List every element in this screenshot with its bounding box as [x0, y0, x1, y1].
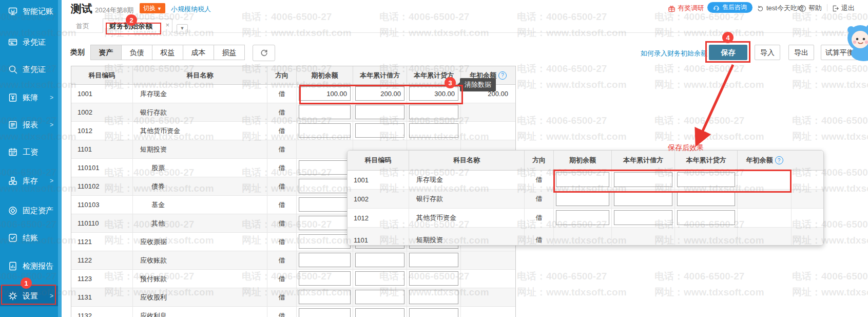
ytd-credit-input[interactable] — [677, 210, 735, 225]
ytd-credit-input[interactable] — [409, 105, 458, 119]
ytd-debit-input[interactable] — [614, 210, 672, 225]
table-row-1001[interactable]: 1001库存现金借 — [348, 171, 823, 190]
ytd-debit-input[interactable] — [355, 290, 404, 304]
annotation-step-4: 4 — [722, 32, 734, 43]
table-row-1123[interactable]: 1123预付账款借 — [71, 270, 515, 288]
ytd-debit-input[interactable] — [355, 271, 404, 286]
sidebar-item-voucher-search[interactable]: 查凭证 — [0, 59, 58, 80]
table-row-1012[interactable]: 1012其他货币资金借 — [348, 209, 823, 228]
ytd-credit-input[interactable] — [409, 86, 458, 101]
logout-link[interactable]: 退出 — [832, 4, 855, 13]
tab-financial-initial-balance[interactable]: 财务初始余额 × — [103, 18, 172, 33]
opening-balance-input[interactable] — [299, 216, 351, 230]
ytd-debit-input[interactable] — [355, 123, 404, 138]
sidebar-item-smart-accounting[interactable]: 智能记账 — [0, 1, 58, 22]
opening-balance-input[interactable] — [556, 172, 609, 187]
watermark-site: 网址：www.tdxsoft.com — [379, 26, 489, 40]
direction-cell: 借 — [267, 85, 297, 103]
sidebar-item-inventory[interactable]: 库存> — [0, 171, 58, 191]
sidebar-item-salary[interactable]: 工资 — [0, 142, 58, 162]
table-row-1001[interactable]: 1001库存现金借200.00 — [71, 85, 515, 103]
watermark-site: 网址：www.tdxsoft.com — [242, 26, 352, 40]
ytd-credit-input[interactable] — [409, 253, 458, 267]
opening-balance-input[interactable] — [556, 191, 609, 206]
category-button-权益[interactable]: 权益 — [152, 45, 183, 60]
help-link[interactable]: ? 帮助 — [799, 4, 822, 13]
opening-balance-input[interactable] — [299, 86, 351, 101]
table-row-1122[interactable]: 1122应收账款借 — [71, 251, 515, 270]
chevron-right-icon: > — [50, 177, 53, 184]
category-button-损益[interactable]: 损益 — [214, 45, 245, 60]
value-cell — [675, 171, 738, 189]
account-name-cell: 债券 — [133, 177, 267, 195]
category-button-成本[interactable]: 成本 — [183, 45, 214, 60]
sidebar-item-closing[interactable]: 结账 — [0, 228, 58, 248]
sidebar-item-report[interactable]: 报表> — [0, 115, 58, 135]
opening-balance-input[interactable] — [299, 179, 351, 193]
opening-balance-input[interactable] — [299, 308, 351, 317]
table-row-1131[interactable]: 1131应收股利借 — [71, 288, 515, 307]
ytd-credit-input[interactable] — [409, 123, 458, 138]
opening-balance-input[interactable] — [299, 290, 351, 304]
export-button[interactable]: 导出 — [788, 45, 814, 60]
sidebar-item-check-report[interactable]: 检测报告 — [0, 256, 58, 276]
help-circle-icon[interactable]: ? — [775, 156, 783, 164]
sidebar-item-settings[interactable]: 设置> — [0, 286, 58, 306]
account-name-cell: 短期投资 — [133, 140, 267, 158]
watermark-phone: 电话：4006-6500-27 — [517, 62, 607, 76]
sidebar-item-fixed-asset[interactable]: 固定资产 — [0, 200, 58, 221]
ytd-credit-input[interactable] — [677, 191, 735, 206]
opening-balance-input[interactable] — [299, 123, 351, 138]
table-row-1002[interactable]: 1002银行存款借 — [348, 190, 823, 209]
table-row-1101[interactable]: 1101短期投资借 — [348, 228, 823, 246]
sidebar-item-ledger[interactable]: 账簿> — [0, 87, 58, 108]
ytd-debit-input[interactable] — [614, 191, 672, 206]
opening-balance-input[interactable] — [299, 197, 351, 212]
after-sales-support-button[interactable]: 售后咨询 — [707, 2, 753, 13]
opening-balance-input[interactable] — [299, 271, 351, 286]
account-code-cell: 110103 — [71, 196, 133, 214]
help-circle-icon[interactable]: ? — [498, 71, 507, 80]
account-code-cell: 110102 — [71, 177, 133, 195]
opening-balance-input[interactable] — [299, 253, 351, 267]
value-cell — [297, 177, 353, 195]
ytd-credit-input[interactable] — [409, 290, 458, 304]
import-button[interactable]: 导入 — [755, 45, 780, 60]
table-row-1132[interactable]: 1132应收利息借 — [71, 307, 515, 317]
ytd-debit-input[interactable] — [355, 253, 404, 267]
account-code-cell: 1001 — [71, 85, 133, 103]
ytd-debit-input[interactable] — [355, 86, 404, 101]
sidebar-scrollbar[interactable] — [58, 0, 62, 317]
taxpayer-type-link[interactable]: 小规模纳税人 — [171, 5, 211, 14]
refresh-button[interactable] — [253, 45, 275, 61]
ytd-credit-input[interactable] — [677, 172, 735, 187]
category-button-资产[interactable]: 资产 — [90, 45, 122, 60]
assistant-mascot[interactable] — [845, 22, 868, 62]
table-row-1002[interactable]: 1002银行存款借 — [71, 103, 515, 122]
opening-balance-input[interactable] — [299, 105, 351, 119]
opening-balance-input[interactable] — [556, 210, 609, 225]
close-icon[interactable]: × — [165, 21, 169, 29]
how-to-enter-balance-link[interactable]: 如何录入财务初始余额 — [641, 49, 707, 58]
value-cell — [297, 159, 353, 177]
switch-period-button[interactable]: 切换▼ — [140, 3, 165, 13]
sidebar-item-voucher-entry[interactable]: 录凭证 — [0, 32, 58, 52]
value-cell — [612, 209, 675, 227]
tab-home[interactable]: 首页 — [66, 20, 100, 32]
account-name-cell: 应收利息 — [133, 307, 267, 317]
user-account-menu[interactable]: test今天吃啥 — [757, 4, 804, 13]
save-button[interactable]: 保存 — [709, 45, 747, 60]
ytd-debit-input[interactable] — [355, 308, 404, 317]
opening-balance-input[interactable] — [299, 160, 351, 175]
table-row-1012[interactable]: 1012其他货币资金借 — [71, 122, 515, 140]
clear-data-tooltip[interactable]: 清除数据 — [460, 78, 496, 91]
category-button-负债[interactable]: 负债 — [121, 45, 152, 60]
account-code-cell: 1121 — [71, 233, 133, 251]
survey-link[interactable]: 有奖调研 — [668, 4, 704, 13]
ytd-credit-input[interactable] — [409, 308, 458, 317]
opening-balance-input[interactable] — [299, 234, 351, 249]
tab-list-dropdown[interactable]: ▼ — [177, 24, 188, 33]
ytd-credit-input[interactable] — [409, 271, 458, 286]
ytd-debit-input[interactable] — [355, 105, 404, 119]
ytd-debit-input[interactable] — [614, 172, 672, 187]
